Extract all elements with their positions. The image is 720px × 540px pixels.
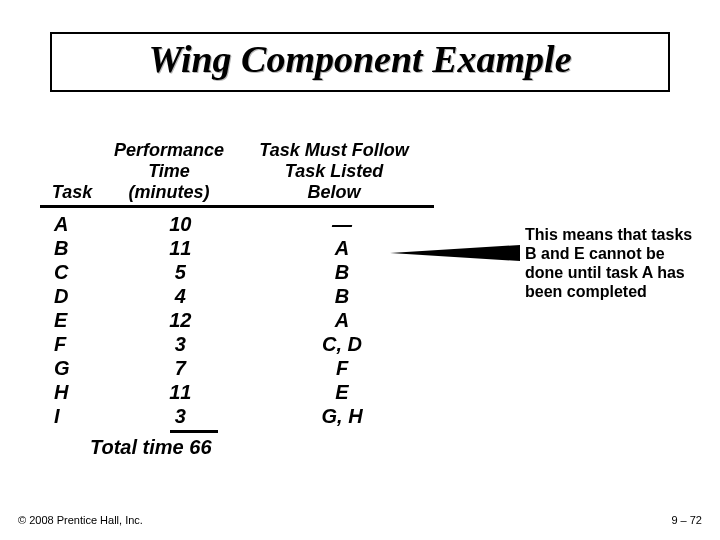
cell-dep: — [244,212,440,236]
cell-task: H [40,380,117,404]
table-row: G 7 F [40,356,440,380]
table-row: H 11 E [40,380,440,404]
hdr-time-l3: (minutes) [129,182,210,202]
hdr-dep-l2: Task Listed [285,161,383,181]
table-header-rule [40,205,434,208]
cell-time: 3 [117,404,244,428]
table-row: I 3 G, H [40,404,440,428]
cell-task: F [40,332,117,356]
hdr-dep-l3: Below [307,182,360,202]
cell-task: G [40,356,117,380]
cell-task: I [40,404,117,428]
cell-dep: F [244,356,440,380]
task-table: Task Performance Time (minutes) Task Mus… [40,140,440,459]
cell-time: 4 [117,284,244,308]
svg-marker-0 [390,245,520,261]
content-area: Task Performance Time (minutes) Task Mus… [40,140,690,470]
table-row: D 4 B [40,284,440,308]
cell-time: 11 [117,380,244,404]
hdr-dep-l1: Task Must Follow [259,140,408,160]
cell-task: B [40,236,117,260]
table-row: B 11 A [40,236,440,260]
annotation-text: This means that tasks B and E cannot be … [525,225,695,301]
total-label: Total time [90,436,184,458]
page-number: 9 – 72 [671,514,702,526]
total-value: 66 [189,436,211,458]
copyright-text: © 2008 Prentice Hall, Inc. [18,514,143,526]
cell-time: 7 [117,356,244,380]
cell-task: E [40,308,117,332]
table-header: Task Performance Time (minutes) Task Mus… [40,140,440,203]
cell-dep: B [244,284,440,308]
page-title: Wing Component Example [52,40,668,80]
cell-time: 11 [117,236,244,260]
cell-task: C [40,260,117,284]
cell-dep: C, D [244,332,440,356]
table-row: A 10 — [40,212,440,236]
cell-dep: E [244,380,440,404]
hdr-time-l1: Performance [114,140,224,160]
hdr-task-l3: Task [52,182,92,202]
cell-dep: B [244,260,440,284]
table-row: C 5 B [40,260,440,284]
cell-dep: A [244,308,440,332]
cell-time: 12 [117,308,244,332]
cell-task: D [40,284,117,308]
table-total-row: Total time 66 [40,435,440,459]
cell-dep: G, H [244,404,440,428]
annotation-arrow-icon [390,245,520,261]
cell-task: A [40,212,117,236]
table-row: F 3 C, D [40,332,440,356]
table-subtotal-rule [170,430,218,433]
hdr-time-l2: Time [148,161,190,181]
title-box: Wing Component Example [50,32,670,92]
cell-time: 10 [117,212,244,236]
table-row: E 12 A [40,308,440,332]
cell-time: 3 [117,332,244,356]
cell-time: 5 [117,260,244,284]
